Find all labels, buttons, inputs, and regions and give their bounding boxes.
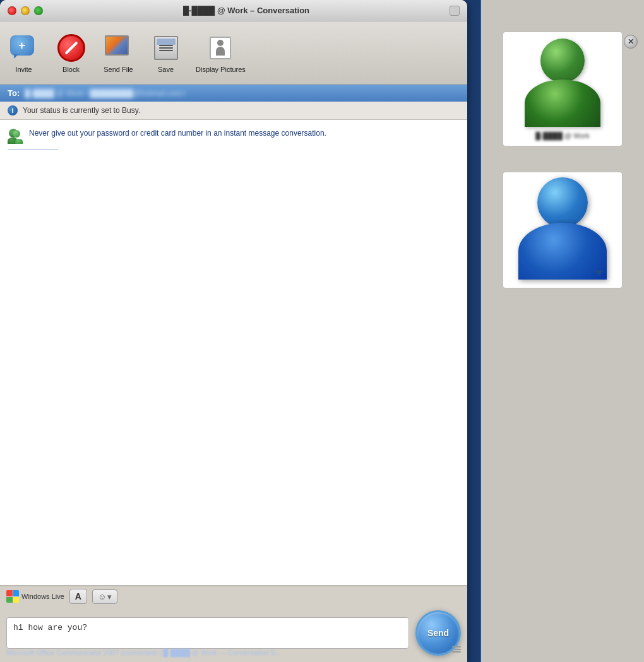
block-button[interactable]: Block <box>54 33 88 73</box>
bottom-text-bar: Microsoft Office Communicator 2007 (conn… <box>0 643 644 662</box>
window-title: █-████ @ Work – Conversation <box>43 6 450 15</box>
conversation-window: █-████ @ Work – Conversation + Invite Bl… <box>0 0 467 662</box>
to-field: To: █-████ @ Work <████████@hotmail.com> <box>0 85 467 102</box>
chat-message: Never give out your password or credit c… <box>8 127 460 144</box>
save-button[interactable]: Save <box>148 33 183 73</box>
close-right-button[interactable]: ✕ <box>624 35 638 49</box>
input-toolbar: Windows Live A ☺ ▾ <box>0 586 467 606</box>
title-bar: █-████ @ Work – Conversation <box>0 0 467 21</box>
chat-divider <box>8 149 58 150</box>
chat-area: Never give out your password or credit c… <box>0 120 467 586</box>
right-panel: ✕ █-████ @ Work <box>480 0 644 662</box>
avatar-head-green <box>540 38 585 83</box>
to-value: █-████ @ Work <████████@hotmail.com> <box>25 89 186 98</box>
to-label: To: <box>8 88 20 98</box>
windows-live-logo: Windows Live <box>6 590 64 603</box>
block-icon <box>56 33 86 63</box>
windows-live-text: Windows Live <box>21 593 64 600</box>
emoji-button[interactable]: ☺ ▾ <box>92 589 117 604</box>
send-file-label: Send File <box>104 66 133 73</box>
avatar-blue <box>509 172 616 280</box>
block-label: Block <box>63 66 80 73</box>
status-bar: i Your status is currently set to Busy. <box>0 102 467 120</box>
contact-card-green: █-████ @ Work <box>503 32 623 146</box>
avatar-dropdown-icon[interactable] <box>593 270 604 276</box>
contact-card-blue <box>503 172 623 288</box>
display-pictures-button[interactable]: Display Pictures <box>196 33 246 73</box>
resize-button[interactable] <box>450 6 460 16</box>
contact-name-green: █-████ @ Work <box>535 132 589 139</box>
minimize-button[interactable] <box>21 6 30 15</box>
save-label: Save <box>158 66 174 73</box>
buddy-icon <box>8 129 23 144</box>
invite-icon: + <box>9 33 39 63</box>
font-button[interactable]: A <box>69 589 87 604</box>
avatar-green <box>518 38 607 127</box>
display-pictures-label: Display Pictures <box>196 66 246 73</box>
toolbar: + Invite Block Send File <box>0 21 467 85</box>
emoji-icon: ☺ <box>98 592 106 601</box>
emoji-dropdown-icon: ▾ <box>107 592 112 601</box>
bottom-bar-text: Microsoft Office Communicator 2007 (conn… <box>6 649 281 656</box>
send-file-button[interactable]: Send File <box>101 33 136 73</box>
close-button[interactable] <box>8 6 16 15</box>
maximize-button[interactable] <box>34 6 43 15</box>
send-file-icon <box>104 33 134 63</box>
invite-button[interactable]: + Invite <box>6 33 41 73</box>
close-icon: ✕ <box>628 37 634 46</box>
avatar-head-blue <box>537 177 588 228</box>
save-icon <box>151 33 181 63</box>
chat-warning-text: Never give out your password or credit c… <box>29 127 326 144</box>
display-pictures-icon <box>205 33 236 63</box>
window-controls <box>8 6 43 15</box>
avatar-body-green <box>525 80 600 127</box>
status-text: Your status is currently set to Busy. <box>23 106 140 115</box>
invite-label: Invite <box>15 66 32 73</box>
windows-flag-icon <box>6 590 19 603</box>
status-info-icon: i <box>8 105 18 115</box>
